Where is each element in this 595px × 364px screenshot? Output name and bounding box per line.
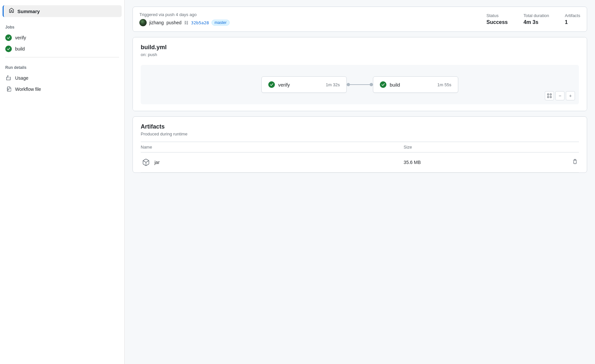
status-label: Status: [486, 13, 508, 18]
sidebar-item-build[interactable]: build: [0, 43, 124, 54]
artifact-row-jar: jar 35.6 MB: [141, 152, 579, 172]
jobs-section-label: Jobs: [0, 20, 124, 32]
artifacts-count-label: Artifacts: [565, 13, 580, 18]
artifacts-subtitle: Produced during runtime: [141, 131, 579, 136]
zoom-in-button[interactable]: +: [566, 91, 575, 100]
job-build-label: build: [15, 46, 25, 51]
pushed-text: pushed: [166, 20, 181, 25]
svg-rect-1: [550, 94, 551, 95]
workflow-file-label: Workflow file: [15, 87, 41, 92]
node-success-icon-build: [380, 81, 386, 88]
workflow-node-verify[interactable]: verify 1m 32s: [261, 76, 347, 93]
svg-rect-0: [547, 94, 549, 95]
success-icon-verify: [5, 34, 12, 41]
artifact-box-icon: [141, 157, 151, 168]
trigger-details: jizhang pushed ⛓ 32b5a28 master: [139, 19, 473, 26]
sidebar-divider: [5, 57, 119, 57]
workflow-nodes: verify 1m 32s: [261, 76, 458, 93]
col-header-name: Name: [141, 142, 404, 152]
connector-dot-right: [370, 83, 373, 86]
sidebar-item-summary[interactable]: Summary: [3, 5, 122, 17]
node-build-label: build: [390, 82, 434, 88]
artifacts-table: Name Size: [141, 142, 579, 172]
success-icon-build: [5, 46, 12, 52]
avatar-image: [139, 19, 147, 26]
chain-icon: ⛓: [184, 20, 188, 25]
home-icon: [9, 8, 14, 14]
run-details-section-label: Run details: [0, 60, 124, 72]
sidebar-summary-label: Summary: [17, 9, 40, 14]
usage-label: Usage: [15, 75, 28, 81]
trigger-info: Triggered via push 4 days ago jizhang pu…: [139, 12, 473, 26]
svg-rect-2: [547, 96, 549, 98]
svg-rect-3: [550, 96, 551, 98]
branch-badge[interactable]: master: [212, 20, 230, 26]
node-verify-time: 1m 32s: [326, 82, 340, 87]
status-value: Success: [486, 19, 508, 25]
node-build-time: 1m 55s: [437, 82, 451, 87]
artifact-name[interactable]: jar: [154, 160, 160, 165]
sidebar: Summary Jobs verify build Run details Us…: [0, 0, 125, 364]
workflow-node-build[interactable]: build 1m 55s: [373, 76, 458, 93]
main-content: Triggered via push 4 days ago jizhang pu…: [125, 0, 595, 364]
delete-artifact-button[interactable]: [571, 158, 579, 167]
stat-status: Status Success: [486, 13, 508, 25]
artifact-size: 35.6 MB: [404, 152, 491, 172]
trigger-card: Triggered via push 4 days ago jizhang pu…: [133, 7, 587, 32]
artifacts-count-value: 1: [565, 19, 580, 25]
col-header-actions: [491, 142, 579, 152]
workflow-connector: [347, 83, 373, 86]
workflow-diagram: verify 1m 32s: [141, 65, 579, 104]
avatar: [139, 19, 147, 26]
stat-group: Status Success Total duration 4m 3s Arti…: [486, 13, 580, 25]
duration-label: Total duration: [523, 13, 549, 18]
artifacts-card: Artifacts Produced during runtime Name S…: [133, 116, 587, 173]
workflow-filename: build.yml: [141, 44, 579, 51]
workflow-trigger: on: push: [141, 52, 579, 57]
zoom-controls: − +: [545, 91, 575, 100]
col-header-size: Size: [404, 142, 491, 152]
commit-hash[interactable]: 32b5a28: [191, 20, 209, 25]
zoom-out-button[interactable]: −: [555, 91, 564, 100]
trigger-time: Triggered via push 4 days ago: [139, 12, 473, 17]
connector-dot-left: [347, 83, 350, 86]
connector-line: [350, 84, 370, 85]
workflow-file-icon: [5, 86, 12, 92]
sidebar-item-workflow-file[interactable]: Workflow file: [0, 84, 124, 95]
artifact-actions: [491, 152, 579, 172]
job-verify-label: verify: [15, 35, 26, 40]
node-success-icon-verify: [268, 81, 275, 88]
node-verify-label: verify: [278, 82, 322, 88]
stat-artifacts: Artifacts 1: [565, 13, 580, 25]
workflow-card: build.yml on: push verify 1m 32s: [133, 37, 587, 111]
timer-icon: [5, 75, 12, 81]
artifacts-title: Artifacts: [141, 123, 579, 130]
duration-value: 4m 3s: [523, 19, 549, 25]
sidebar-item-usage[interactable]: Usage: [0, 72, 124, 84]
stat-duration: Total duration 4m 3s: [523, 13, 549, 25]
artifact-name-cell: jar: [141, 152, 404, 172]
trigger-username: jizhang: [149, 20, 164, 25]
sidebar-item-verify[interactable]: verify: [0, 32, 124, 43]
zoom-fit-button[interactable]: [545, 91, 554, 100]
